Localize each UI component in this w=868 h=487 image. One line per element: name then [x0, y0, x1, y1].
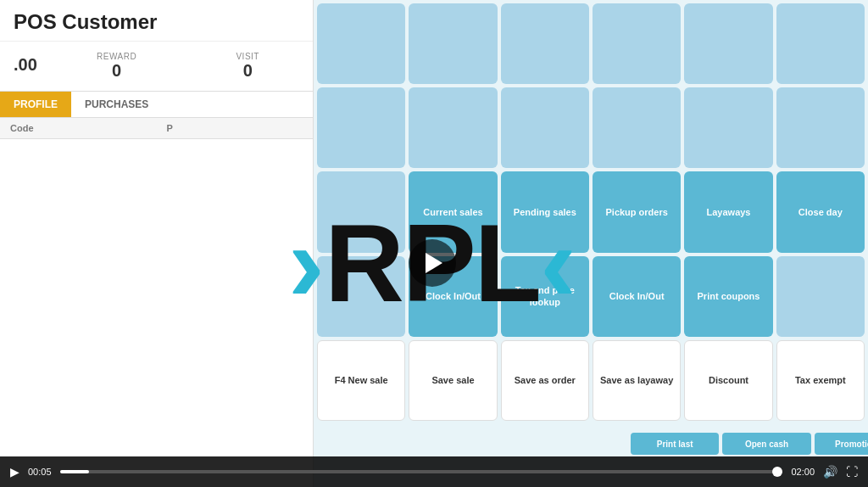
amount-display: .00	[0, 48, 51, 84]
bottom-buttons-row: Print lastOpen cashPromotionsCouponsGift…	[627, 431, 868, 456]
end-time: 02:00	[791, 467, 815, 477]
logo-arrow-left: ›	[288, 199, 325, 327]
grid-btn-r0-c3	[593, 3, 681, 84]
visit-label: VISIT	[186, 52, 309, 61]
grid-btn-r2-c5[interactable]: Close day	[776, 171, 865, 252]
stats-row: .00 REWARD 0 VISIT 0	[0, 42, 313, 92]
reward-value: 0	[55, 61, 179, 81]
current-time: 00:05	[28, 467, 52, 477]
play-button[interactable]	[409, 239, 456, 287]
bottom-btn-2[interactable]: Promotions	[815, 433, 868, 455]
play-triangle-icon	[426, 253, 442, 273]
progress-thumb	[772, 467, 782, 477]
bottom-btn-0[interactable]: Print last	[631, 433, 719, 455]
grid-btn-r0-c4	[684, 3, 772, 84]
tab-profile[interactable]: PROFILE	[0, 92, 71, 117]
grid-btn-r3-c5	[776, 256, 865, 337]
logo-arrow-right: ›	[540, 199, 576, 327]
progress-fill	[60, 470, 89, 473]
grid-btn-r4-c5[interactable]: Tax exempt	[776, 340, 865, 421]
grid-btn-r0-c5	[776, 3, 865, 84]
video-overlay: › RPL ›	[85, 119, 780, 407]
tabs-row: PROFILE PURCHASES	[0, 92, 313, 118]
grid-btn-r0-c1	[409, 3, 497, 84]
grid-btn-r1-c5	[776, 87, 865, 168]
tab-purchases[interactable]: PURCHASES	[71, 92, 162, 117]
progress-bar[interactable]	[60, 470, 783, 473]
reward-label: REWARD	[55, 52, 179, 61]
video-controls-bar: ▶ 00:05 02:00 🔊 ⛶	[0, 456, 868, 487]
grid-btn-r0-c0	[317, 3, 405, 84]
visit-value: 0	[186, 61, 309, 81]
fullscreen-button[interactable]: ⛶	[846, 465, 858, 479]
visit-stat: VISIT 0	[182, 48, 313, 84]
bottom-btn-1[interactable]: Open cash	[722, 433, 810, 455]
reward-stat: REWARD 0	[52, 48, 182, 84]
page-title: POS Customer	[0, 0, 313, 42]
grid-btn-r0-c2	[501, 3, 589, 84]
play-pause-button[interactable]: ▶	[10, 465, 19, 479]
volume-icon[interactable]: 🔊	[823, 465, 837, 479]
